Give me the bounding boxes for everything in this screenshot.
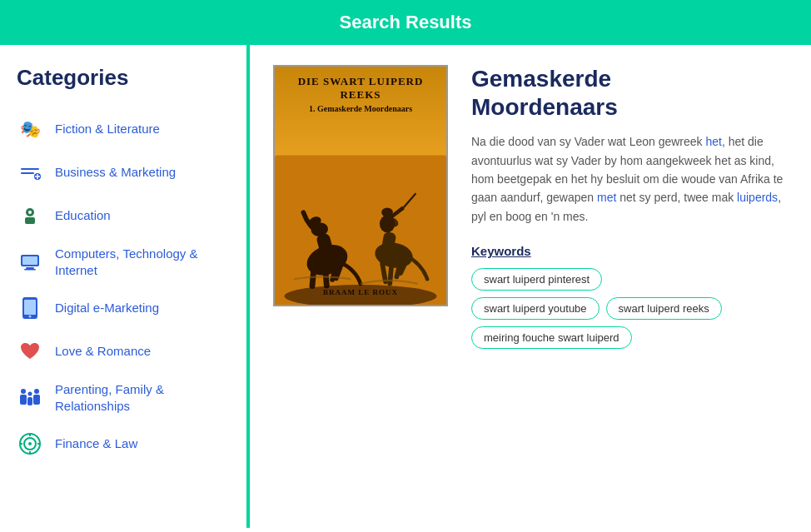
keywords-section: Keywords swart luiperd pinterest swart l…	[471, 244, 788, 349]
keywords-row-2: swart luiperd youtube swart luiperd reek…	[471, 297, 788, 320]
book-title: Gemaskerde Moordenaars	[471, 65, 788, 121]
svg-point-15	[21, 389, 26, 394]
svg-rect-0	[21, 168, 39, 170]
book-cover-author: BRAAM LE ROUX	[323, 288, 398, 296]
sidebar-item-fiction[interactable]: 🎭 Fiction & Literature	[17, 107, 230, 151]
svg-point-23	[28, 442, 32, 445]
sidebar-item-digital[interactable]: Digital e-Marketing	[17, 286, 230, 330]
sidebar-item-label: Love & Romance	[55, 343, 151, 360]
svg-rect-13	[24, 300, 36, 315]
keywords-heading: Keywords	[471, 244, 788, 258]
keywords-row-3: meiring fouche swart luiperd	[471, 326, 788, 349]
book-details: Gemaskerde Moordenaars Na die dood van s…	[471, 65, 788, 355]
svg-rect-10	[26, 267, 34, 269]
business-icon	[17, 159, 43, 186]
sidebar-item-business[interactable]: Business & Marketing	[17, 151, 230, 194]
svg-point-14	[29, 316, 32, 318]
book-description: Na die dood van sy Vader wat Leon gewree…	[471, 132, 788, 226]
computers-icon	[17, 249, 43, 276]
love-icon	[17, 338, 43, 365]
book-cover-subtitle: 1. Gemaskerde Moordenaars	[309, 104, 412, 113]
svg-rect-11	[24, 269, 36, 271]
highlight-het: het	[705, 135, 721, 148]
book-cover-container: DIE SWART LUIPERD REEKS 1. Gemaskerde Mo…	[273, 65, 448, 306]
sidebar-item-computers[interactable]: Computers, Technology & Internet	[17, 237, 230, 286]
education-icon	[17, 202, 43, 229]
sidebar-item-label: Digital e-Marketing	[55, 300, 159, 316]
highlight-luiperds: luiperds	[737, 191, 778, 204]
sidebar-item-education[interactable]: Education	[17, 194, 230, 237]
svg-rect-9	[22, 256, 37, 265]
svg-point-16	[34, 389, 39, 394]
page-header: Search Results	[0, 0, 811, 45]
book-illustration	[275, 112, 446, 306]
sidebar: Categories 🎭 Fiction & Literature Busine…	[0, 45, 250, 528]
sidebar-item-parenting[interactable]: Parenting, Family & Relationships	[17, 373, 230, 422]
svg-rect-18	[20, 395, 27, 405]
parenting-icon	[17, 385, 43, 411]
sidebar-item-label: Parenting, Family & Relationships	[55, 381, 230, 414]
svg-point-7	[28, 211, 32, 214]
svg-point-17	[28, 391, 32, 395]
sidebar-item-label: Business & Marketing	[55, 164, 176, 181]
keyword-tag-2[interactable]: swart luiperd reeks	[606, 297, 722, 320]
svg-rect-6	[25, 217, 35, 224]
keyword-tag-1[interactable]: swart luiperd youtube	[471, 297, 600, 320]
sidebar-item-label: Fiction & Literature	[55, 121, 160, 137]
sidebar-item-label: Education	[55, 207, 111, 224]
sidebar-item-label: Computers, Technology & Internet	[55, 246, 230, 278]
sidebar-item-love[interactable]: Love & Romance	[17, 330, 230, 373]
keywords-row-1: swart luiperd pinterest	[471, 268, 788, 291]
book-cover-title-line1: DIE SWART LUIPERD	[298, 75, 424, 88]
digital-icon	[17, 295, 43, 321]
sidebar-item-label: Finance & Law	[55, 435, 137, 452]
svg-rect-19	[33, 395, 40, 405]
sidebar-heading: Categories	[17, 65, 230, 91]
keyword-tag-0[interactable]: swart luiperd pinterest	[471, 268, 602, 291]
book-cover-title-line2: REEKS	[340, 88, 381, 102]
svg-rect-1	[21, 172, 34, 174]
svg-rect-20	[27, 397, 32, 405]
book-cover: DIE SWART LUIPERD REEKS 1. Gemaskerde Mo…	[273, 65, 448, 306]
sidebar-item-finance[interactable]: Finance & Law	[17, 422, 230, 465]
keyword-tag-3[interactable]: meiring fouche swart luiperd	[471, 326, 632, 349]
finance-icon	[17, 430, 43, 457]
fiction-icon: 🎭	[17, 116, 43, 142]
content-area: DIE SWART LUIPERD REEKS 1. Gemaskerde Mo…	[250, 45, 811, 528]
highlight-met: met	[597, 191, 616, 204]
page-title: Search Results	[0, 12, 811, 33]
